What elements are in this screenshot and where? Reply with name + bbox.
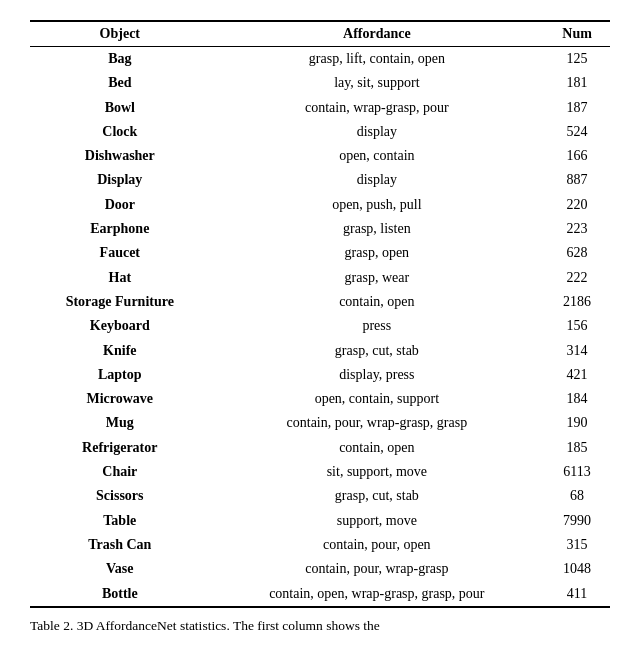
cell-affordance: open, contain, support bbox=[210, 387, 545, 411]
cell-affordance: grasp, wear bbox=[210, 266, 545, 290]
table-row: Mugcontain, pour, wrap-grasp, grasp190 bbox=[30, 411, 610, 435]
cell-object: Display bbox=[30, 168, 210, 192]
cell-affordance: grasp, lift, contain, open bbox=[210, 47, 545, 72]
cell-num: 156 bbox=[544, 314, 610, 338]
cell-affordance: contain, pour, wrap-grasp bbox=[210, 557, 545, 581]
table-container: Object Affordance Num Baggrasp, lift, co… bbox=[30, 20, 610, 636]
cell-object: Clock bbox=[30, 120, 210, 144]
cell-object: Knife bbox=[30, 339, 210, 363]
col-header-num: Num bbox=[544, 21, 610, 47]
table-row: Trash Cancontain, pour, open315 bbox=[30, 533, 610, 557]
cell-object: Scissors bbox=[30, 484, 210, 508]
cell-object: Earphone bbox=[30, 217, 210, 241]
cell-affordance: contain, open bbox=[210, 436, 545, 460]
cell-object: Faucet bbox=[30, 241, 210, 265]
cell-affordance: open, contain bbox=[210, 144, 545, 168]
cell-affordance: sit, support, move bbox=[210, 460, 545, 484]
cell-object: Keyboard bbox=[30, 314, 210, 338]
cell-num: 220 bbox=[544, 193, 610, 217]
table-row: Displaydisplay887 bbox=[30, 168, 610, 192]
cell-num: 2186 bbox=[544, 290, 610, 314]
cell-affordance: contain, pour, open bbox=[210, 533, 545, 557]
cell-object: Hat bbox=[30, 266, 210, 290]
cell-object: Trash Can bbox=[30, 533, 210, 557]
cell-affordance: support, move bbox=[210, 509, 545, 533]
cell-object: Bowl bbox=[30, 96, 210, 120]
col-header-affordance: Affordance bbox=[210, 21, 545, 47]
cell-num: 187 bbox=[544, 96, 610, 120]
cell-affordance: contain, wrap-grasp, pour bbox=[210, 96, 545, 120]
cell-affordance: grasp, open bbox=[210, 241, 545, 265]
cell-object: Dishwasher bbox=[30, 144, 210, 168]
table-row: Bowlcontain, wrap-grasp, pour187 bbox=[30, 96, 610, 120]
cell-object: Bottle bbox=[30, 582, 210, 607]
cell-object: Mug bbox=[30, 411, 210, 435]
table-row: Faucetgrasp, open628 bbox=[30, 241, 610, 265]
cell-num: 411 bbox=[544, 582, 610, 607]
cell-num: 223 bbox=[544, 217, 610, 241]
table-row: Bedlay, sit, support181 bbox=[30, 71, 610, 95]
cell-object: Table bbox=[30, 509, 210, 533]
table-row: Scissorsgrasp, cut, stab68 bbox=[30, 484, 610, 508]
cell-affordance: lay, sit, support bbox=[210, 71, 545, 95]
table-row: Chairsit, support, move6113 bbox=[30, 460, 610, 484]
cell-object: Bed bbox=[30, 71, 210, 95]
cell-affordance: open, push, pull bbox=[210, 193, 545, 217]
cell-num: 421 bbox=[544, 363, 610, 387]
data-table: Object Affordance Num Baggrasp, lift, co… bbox=[30, 20, 610, 608]
table-row: Storage Furniturecontain, open2186 bbox=[30, 290, 610, 314]
cell-affordance: grasp, cut, stab bbox=[210, 339, 545, 363]
table-caption: Table 2. 3D AffordanceNet statistics. Th… bbox=[30, 616, 610, 636]
cell-affordance: contain, open, wrap-grasp, grasp, pour bbox=[210, 582, 545, 607]
table-row: Dooropen, push, pull220 bbox=[30, 193, 610, 217]
table-row: Bottlecontain, open, wrap-grasp, grasp, … bbox=[30, 582, 610, 607]
table-row: Knifegrasp, cut, stab314 bbox=[30, 339, 610, 363]
cell-object: Vase bbox=[30, 557, 210, 581]
cell-object: Laptop bbox=[30, 363, 210, 387]
cell-num: 1048 bbox=[544, 557, 610, 581]
table-row: Vasecontain, pour, wrap-grasp1048 bbox=[30, 557, 610, 581]
cell-object: Microwave bbox=[30, 387, 210, 411]
cell-num: 181 bbox=[544, 71, 610, 95]
cell-object: Bag bbox=[30, 47, 210, 72]
cell-num: 125 bbox=[544, 47, 610, 72]
table-row: Dishwasheropen, contain166 bbox=[30, 144, 610, 168]
table-row: Baggrasp, lift, contain, open125 bbox=[30, 47, 610, 72]
table-row: Refrigeratorcontain, open185 bbox=[30, 436, 610, 460]
cell-num: 887 bbox=[544, 168, 610, 192]
col-header-object: Object bbox=[30, 21, 210, 47]
cell-affordance: grasp, listen bbox=[210, 217, 545, 241]
table-row: Microwaveopen, contain, support184 bbox=[30, 387, 610, 411]
cell-affordance: display bbox=[210, 168, 545, 192]
cell-affordance: contain, pour, wrap-grasp, grasp bbox=[210, 411, 545, 435]
cell-num: 315 bbox=[544, 533, 610, 557]
cell-num: 6113 bbox=[544, 460, 610, 484]
table-row: Tablesupport, move7990 bbox=[30, 509, 610, 533]
cell-affordance: grasp, cut, stab bbox=[210, 484, 545, 508]
cell-num: 314 bbox=[544, 339, 610, 363]
table-row: Hatgrasp, wear222 bbox=[30, 266, 610, 290]
table-row: Laptopdisplay, press421 bbox=[30, 363, 610, 387]
table-row: Keyboardpress156 bbox=[30, 314, 610, 338]
cell-num: 185 bbox=[544, 436, 610, 460]
cell-affordance: display, press bbox=[210, 363, 545, 387]
cell-num: 68 bbox=[544, 484, 610, 508]
cell-num: 7990 bbox=[544, 509, 610, 533]
table-row: Earphonegrasp, listen223 bbox=[30, 217, 610, 241]
cell-affordance: contain, open bbox=[210, 290, 545, 314]
cell-affordance: display bbox=[210, 120, 545, 144]
cell-num: 628 bbox=[544, 241, 610, 265]
table-header-row: Object Affordance Num bbox=[30, 21, 610, 47]
cell-num: 222 bbox=[544, 266, 610, 290]
cell-num: 184 bbox=[544, 387, 610, 411]
cell-object: Chair bbox=[30, 460, 210, 484]
cell-object: Door bbox=[30, 193, 210, 217]
cell-object: Refrigerator bbox=[30, 436, 210, 460]
table-row: Clockdisplay524 bbox=[30, 120, 610, 144]
cell-num: 190 bbox=[544, 411, 610, 435]
cell-num: 524 bbox=[544, 120, 610, 144]
cell-affordance: press bbox=[210, 314, 545, 338]
cell-num: 166 bbox=[544, 144, 610, 168]
cell-object: Storage Furniture bbox=[30, 290, 210, 314]
